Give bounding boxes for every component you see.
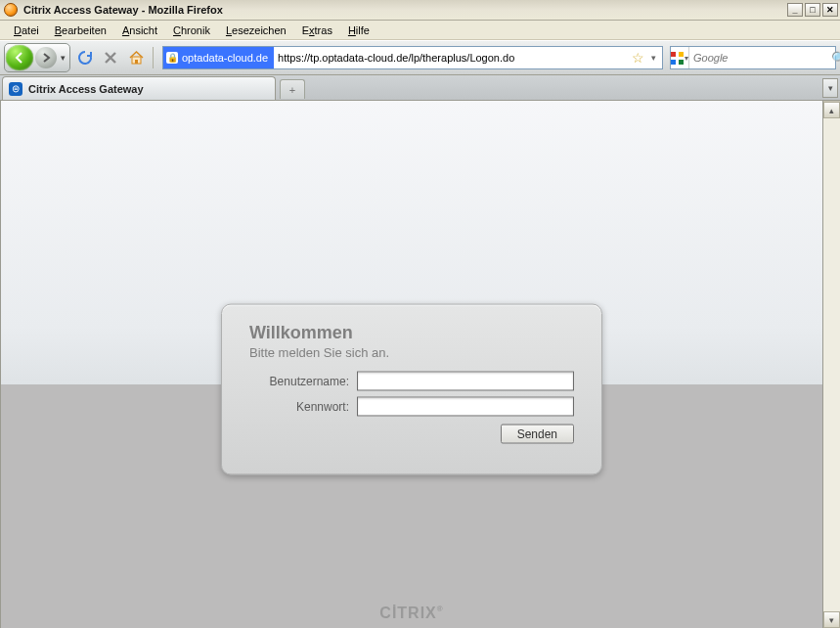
forward-button[interactable] <box>35 47 57 68</box>
arrow-right-icon <box>41 53 51 63</box>
reload-button[interactable] <box>74 47 96 68</box>
vertical-scrollbar[interactable]: ▴ ▾ <box>823 101 840 628</box>
stop-button[interactable] <box>100 47 121 68</box>
url-dropdown-icon[interactable]: ▾ <box>646 53 660 63</box>
scroll-track[interactable] <box>823 118 840 611</box>
site-domain: optadata-cloud.de <box>182 52 268 64</box>
search-input[interactable] <box>689 47 831 68</box>
menu-extras[interactable]: Extras <box>294 21 340 39</box>
separator <box>153 47 154 68</box>
home-button[interactable] <box>125 47 147 68</box>
login-panel: Willkommen Bitte melden Sie sich an. Ben… <box>221 304 602 475</box>
username-label: Benutzername: <box>249 375 357 388</box>
scroll-up-button[interactable]: ▴ <box>823 102 840 118</box>
login-subheading: Bitte melden Sie sich an. <box>249 345 574 360</box>
arrow-left-icon <box>13 51 26 65</box>
tab-favicon: ⊜ <box>9 82 22 96</box>
firefox-icon <box>4 3 18 17</box>
nav-buttons: ▾ <box>4 43 70 72</box>
login-heading: Willkommen <box>249 323 574 343</box>
new-tab-button[interactable]: + <box>280 79 305 99</box>
username-input[interactable] <box>357 372 574 391</box>
url-bar[interactable]: 🔒 optadata-cloud.de https://tp.optadata-… <box>162 46 663 69</box>
tabs-menu-button[interactable]: ▾ <box>822 78 838 98</box>
search-go-icon[interactable]: 🔍 <box>831 51 840 66</box>
menu-bearbeiten[interactable]: Bearbeiten <box>47 21 114 39</box>
search-engine-button[interactable]: ▾ <box>671 47 689 68</box>
back-button[interactable] <box>6 45 33 70</box>
lock-icon: 🔒 <box>166 52 178 64</box>
menu-lesezeichen[interactable]: Lesezeichen <box>218 21 294 39</box>
tab-label: Citrix Access Gateway <box>28 83 144 95</box>
tab-strip: ⊜ Citrix Access Gateway + ▾ <box>0 75 840 101</box>
page-viewport: CİTRIX® Willkommen Bitte melden Sie sich… <box>0 101 823 628</box>
minimize-button[interactable]: _ <box>787 3 803 17</box>
submit-button[interactable]: Senden <box>501 425 574 444</box>
url-text: https://tp.optadata-cloud.de/lp/theraplu… <box>274 52 629 64</box>
close-window-button[interactable]: ✕ <box>822 3 838 17</box>
svg-rect-1 <box>135 60 138 64</box>
citrix-logo: CİTRIX® <box>379 605 443 622</box>
tab-citrix-access-gateway[interactable]: ⊜ Citrix Access Gateway <box>2 76 276 100</box>
menu-bar: Datei Bearbeiten Ansicht Chronik Lesezei… <box>0 21 840 40</box>
search-bar[interactable]: ▾ 🔍 <box>670 46 836 69</box>
menu-datei[interactable]: Datei <box>6 21 47 39</box>
window-titlebar: Citrix Access Gateway - Mozilla Firefox … <box>0 0 840 21</box>
nav-history-dropdown[interactable]: ▾ <box>57 53 68 63</box>
password-label: Kennwort: <box>249 400 357 414</box>
maximize-button[interactable]: □ <box>805 3 820 17</box>
bookmark-star-icon[interactable]: ☆ <box>629 50 646 66</box>
window-title: Citrix Access Gateway - Mozilla Firefox <box>23 4 223 16</box>
reload-icon <box>77 50 93 66</box>
navigation-toolbar: ▾ 🔒 optadata-cloud.de https://tp.optadat… <box>0 40 840 75</box>
site-identity-badge[interactable]: 🔒 optadata-cloud.de <box>163 47 274 68</box>
password-input[interactable] <box>357 397 574 417</box>
google-icon <box>671 52 684 65</box>
menu-chronik[interactable]: Chronik <box>165 21 218 39</box>
menu-hilfe[interactable]: Hilfe <box>340 21 377 39</box>
scroll-down-button[interactable]: ▾ <box>823 611 840 628</box>
home-icon <box>128 50 145 66</box>
stop-icon <box>104 51 117 65</box>
menu-ansicht[interactable]: Ansicht <box>114 21 165 39</box>
